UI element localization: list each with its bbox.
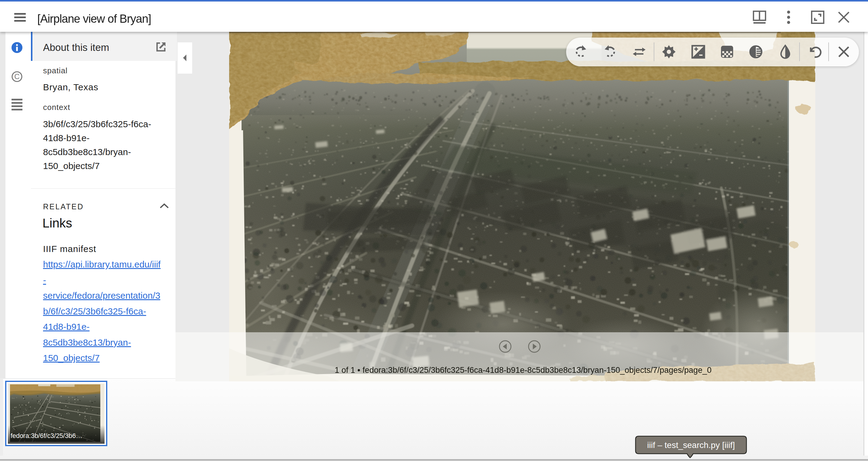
svg-text:C: C [14,72,20,80]
svg-text:fedora:3b/6f/c3/25/3b6…: fedora:3b/6f/c3/25/3b6… [10,432,83,439]
svg-text:iiif – test_search.py [iiif]: iiif – test_search.py [iiif] [647,440,735,450]
